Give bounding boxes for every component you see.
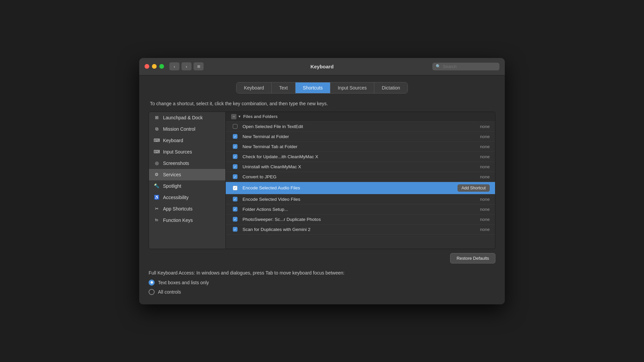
triangle-icon: ▼: [238, 115, 241, 118]
checkbox-photosweeper[interactable]: [233, 217, 237, 222]
main-area: ⊞ Launchpad & Dock ⧉ Mission Control ⌨ K…: [149, 112, 495, 249]
search-input[interactable]: [443, 64, 496, 69]
restore-defaults-button[interactable]: Restore Defaults: [450, 253, 495, 263]
checkbox-cell: [231, 154, 239, 159]
shortcut-key: none: [470, 134, 490, 139]
table-row[interactable]: PhotoSweeper: Sc...r Duplicate Photos no…: [226, 215, 495, 225]
sidebar-item-services[interactable]: ⚙ Services: [149, 169, 225, 180]
sidebar-label-screenshots: Screenshots: [163, 161, 189, 166]
sidebar-label-input-sources: Input Sources: [163, 149, 192, 155]
table-row[interactable]: Convert to JPEG none: [226, 172, 495, 182]
sidebar-item-app-shortcuts[interactable]: ✂ App Shortcuts: [149, 203, 225, 215]
group-header-label: Files and Folders: [243, 114, 278, 119]
sidebar-item-spotlight[interactable]: 🔦 Spotlight: [149, 180, 225, 192]
sidebar-item-input-sources[interactable]: ⌨ Input Sources: [149, 146, 225, 158]
maximize-button[interactable]: [159, 64, 164, 69]
table-row[interactable]: Scan for Duplicates with Gemini 2 none: [226, 225, 495, 235]
checkbox-cell: [231, 174, 239, 179]
tab-text[interactable]: Text: [272, 82, 296, 93]
shortcut-label: PhotoSweeper: Sc...r Duplicate Photos: [239, 217, 470, 222]
nav-buttons: ‹ ›: [169, 62, 192, 70]
back-button[interactable]: ‹: [169, 62, 179, 70]
checkbox-new-terminal-tab[interactable]: [233, 144, 237, 149]
table-row[interactable]: New Terminal Tab at Folder none: [226, 142, 495, 152]
tab-shortcuts[interactable]: Shortcuts: [296, 82, 330, 93]
table-row-selected[interactable]: Encode Selected Audio Files Add Shortcut: [226, 182, 495, 194]
sidebar-item-launchpad[interactable]: ⊞ Launchpad & Dock: [149, 112, 225, 123]
checkbox-cell: [231, 134, 239, 139]
traffic-lights: [145, 64, 164, 69]
shortcut-table: − ▼ Files and Folders Open Selected File…: [226, 112, 495, 249]
tab-dictation[interactable]: Dictation: [374, 82, 407, 93]
group-header[interactable]: − ▼ Files and Folders: [226, 112, 495, 122]
accessibility-icon: ♿: [154, 194, 160, 200]
shortcut-key: none: [470, 207, 490, 212]
launchpad-icon: ⊞: [154, 115, 160, 121]
close-button[interactable]: [145, 64, 149, 69]
shortcut-key: none: [470, 197, 490, 202]
spotlight-icon: 🔦: [154, 183, 160, 189]
radio-text-boxes[interactable]: Text boxes and lists only: [149, 280, 495, 286]
tab-input-sources[interactable]: Input Sources: [330, 82, 374, 93]
checkbox-check-update[interactable]: [233, 154, 237, 159]
sidebar-label-accessibility: Accessibility: [163, 195, 189, 200]
checkbox-convert-jpeg[interactable]: [233, 174, 237, 179]
table-row[interactable]: Open Selected File in TextEdit none: [226, 122, 495, 132]
checkbox-cell: [231, 217, 239, 222]
shortcut-label: Scan for Duplicates with Gemini 2: [239, 227, 470, 232]
shortcut-key: none: [470, 174, 490, 179]
checkbox-scan-duplicates[interactable]: [233, 227, 237, 232]
instruction-text: To change a shortcut, select it, click t…: [149, 101, 495, 106]
window-title: Keyboard: [310, 64, 333, 69]
table-row[interactable]: Encode Selected Video Files none: [226, 194, 495, 204]
group-header-content: ▼ Files and Folders: [238, 114, 278, 119]
sidebar-label-spotlight: Spotlight: [163, 183, 181, 189]
shortcut-label: New Terminal Tab at Folder: [239, 144, 470, 149]
checkbox-uninstall[interactable]: [233, 164, 237, 169]
tab-keyboard[interactable]: Keyboard: [236, 82, 272, 93]
minimize-button[interactable]: [152, 64, 157, 69]
group-collapse-cell: −: [230, 114, 238, 119]
checkbox-cell: [231, 197, 239, 201]
search-box[interactable]: 🔍: [432, 63, 499, 70]
content-area: Keyboard Text Shortcuts Input Sources Di…: [139, 75, 505, 304]
radio-text-boxes-label: Text boxes and lists only: [158, 280, 209, 285]
checkbox-cell: [231, 144, 239, 149]
checkbox-folder-actions[interactable]: [233, 207, 237, 212]
table-row[interactable]: Folder Actions Setup... none: [226, 204, 495, 215]
sidebar-item-keyboard[interactable]: ⌨ Keyboard: [149, 135, 225, 146]
radio-all-controls[interactable]: All controls: [149, 289, 495, 295]
radio-all-controls-label: All controls: [158, 289, 181, 295]
radio-group: Text boxes and lists only All controls: [149, 280, 495, 295]
bottom-area: Restore Defaults: [149, 253, 495, 263]
table-row[interactable]: New Terminal at Folder none: [226, 132, 495, 142]
checkbox-open-textedit[interactable]: [233, 124, 237, 129]
shortcut-label: Convert to JPEG: [239, 174, 470, 179]
sidebar-item-accessibility[interactable]: ♿ Accessibility: [149, 192, 225, 203]
checkbox-cell: [231, 227, 239, 232]
sidebar-label-function-keys: Function Keys: [163, 218, 193, 223]
table-row[interactable]: Check for Update...ith CleanMyMac X none: [226, 152, 495, 162]
sidebar-label-mission-control: Mission Control: [163, 126, 195, 132]
radio-all-controls-circle[interactable]: [149, 289, 155, 295]
checkbox-encode-audio[interactable]: [233, 186, 237, 190]
sidebar-item-function-keys[interactable]: fn Function Keys: [149, 215, 225, 226]
radio-text-boxes-circle[interactable]: [149, 280, 155, 286]
checkbox-cell: [231, 207, 239, 212]
forward-button[interactable]: ›: [181, 62, 192, 70]
shortcut-key: none: [470, 154, 490, 159]
grid-button[interactable]: ⊞: [194, 62, 204, 70]
titlebar: ‹ › ⊞ Keyboard 🔍: [139, 58, 505, 75]
checkbox-encode-video[interactable]: [233, 197, 237, 201]
sidebar-item-screenshots[interactable]: ◎ Screenshots: [149, 158, 225, 169]
checkbox-new-terminal[interactable]: [233, 134, 237, 139]
sidebar-item-mission-control[interactable]: ⧉ Mission Control: [149, 123, 225, 135]
add-shortcut-button[interactable]: Add Shortcut: [458, 184, 490, 192]
sidebar-label-keyboard: Keyboard: [163, 138, 183, 143]
screenshots-icon: ◎: [154, 160, 160, 166]
shortcut-label: Encode Selected Audio Files: [239, 185, 458, 190]
sidebar-label-services: Services: [163, 172, 181, 177]
sidebar-label-launchpad: Launchpad & Dock: [163, 115, 203, 120]
services-icon: ⚙: [154, 172, 160, 178]
table-row[interactable]: Uninstall with CleanMyMac X none: [226, 162, 495, 172]
